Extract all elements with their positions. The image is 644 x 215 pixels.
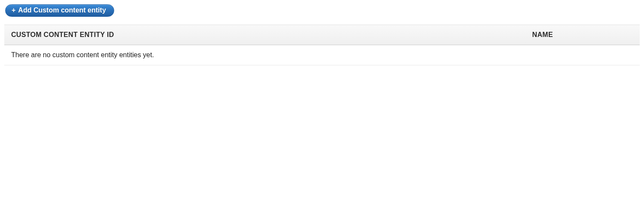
table-empty-row: There are no custom content entity entit… [4, 45, 640, 65]
add-button-label: Add Custom content entity [18, 6, 106, 14]
column-header-name[interactable]: Name [526, 25, 640, 45]
table-header-row: Custom content entity ID Name [4, 25, 640, 45]
add-custom-content-entity-button[interactable]: + Add Custom content entity [5, 4, 114, 17]
entity-listing-table: Custom content entity ID Name There are … [4, 25, 640, 65]
column-header-id[interactable]: Custom content entity ID [4, 25, 526, 45]
plus-icon: + [12, 6, 15, 14]
empty-message: There are no custom content entity entit… [4, 45, 640, 65]
